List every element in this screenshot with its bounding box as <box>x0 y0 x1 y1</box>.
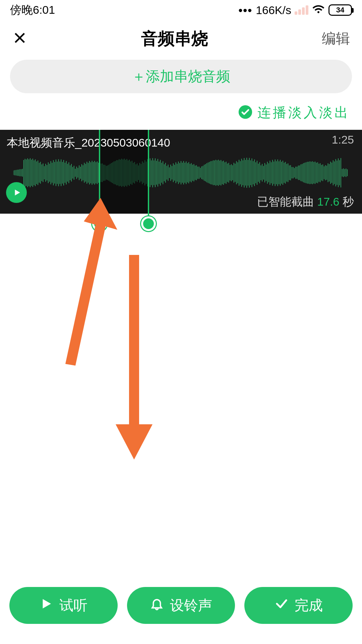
set-ringtone-button[interactable]: 设铃声 <box>127 587 235 624</box>
trim-handle-right[interactable] <box>141 216 156 231</box>
edit-button[interactable]: 编辑 <box>322 29 350 48</box>
annotation-arrow-2 <box>111 255 158 460</box>
fade-label: 连播淡入淡出 <box>257 103 350 122</box>
header: 音频串烧 编辑 <box>0 20 362 57</box>
track-name: 本地视频音乐_20230503060140 <box>7 135 170 151</box>
clip-unit: 秒 <box>340 195 354 208</box>
fade-toggle[interactable]: 连播淡入淡出 <box>0 93 362 130</box>
preview-label: 试听 <box>59 596 87 615</box>
status-time: 傍晚6:01 <box>10 2 55 18</box>
preview-button[interactable]: 试听 <box>9 587 118 624</box>
add-audio-button[interactable]: ＋添加串烧音频 <box>10 60 352 93</box>
svg-marker-261 <box>65 198 117 366</box>
waveform[interactable] <box>13 149 349 196</box>
bottom-bar: 试听 设铃声 完成 <box>0 587 362 624</box>
close-icon[interactable] <box>12 30 27 47</box>
svg-marker-262 <box>116 255 153 460</box>
status-bar: 傍晚6:01 ••• 166K/s 34 <box>0 0 362 20</box>
play-button[interactable] <box>6 182 27 203</box>
net-speed: 166K/s <box>256 4 291 17</box>
wifi-icon <box>312 2 325 18</box>
battery-level: 34 <box>336 6 344 14</box>
done-button[interactable]: 完成 <box>244 587 353 624</box>
more-dots-icon: ••• <box>238 4 252 17</box>
track-duration: 1:25 <box>332 133 354 146</box>
clip-info: 已智能截曲 17.6 秒 <box>257 194 354 210</box>
clip-seconds: 17.6 <box>317 195 339 208</box>
add-audio-label: ＋添加串烧音频 <box>132 67 230 86</box>
done-label: 完成 <box>295 596 323 615</box>
ringtone-label: 设铃声 <box>170 596 212 615</box>
check-circle-icon <box>238 105 253 121</box>
trim-edge-right <box>148 130 149 225</box>
signal-icon <box>295 5 308 15</box>
battery-icon: 34 <box>328 4 352 16</box>
check-icon <box>275 597 289 614</box>
clip-prefix: 已智能截曲 <box>257 195 317 208</box>
play-icon <box>39 597 53 614</box>
page-title: 音频串烧 <box>141 28 208 50</box>
bell-icon <box>150 597 164 614</box>
